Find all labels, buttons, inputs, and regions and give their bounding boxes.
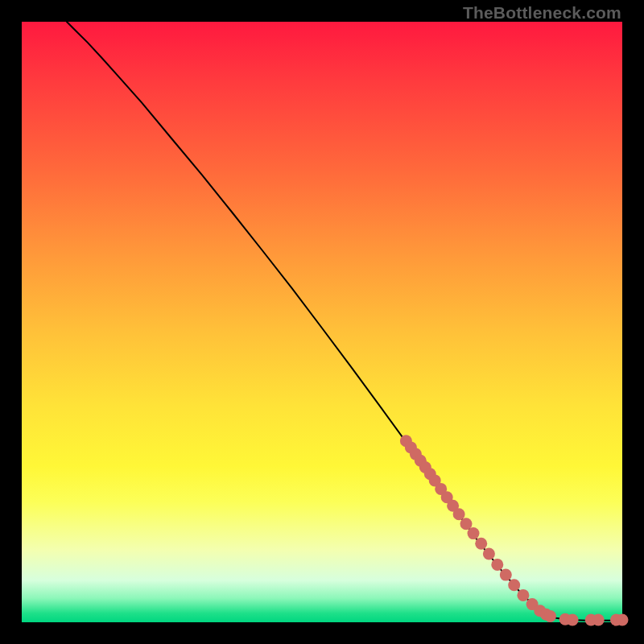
curve-line	[67, 22, 622, 621]
data-points	[400, 435, 629, 625]
data-point	[453, 508, 465, 520]
chart-frame: TheBottleneck.com	[0, 0, 644, 644]
data-point	[475, 538, 487, 550]
watermark-text: TheBottleneck.com	[463, 3, 621, 23]
data-point	[468, 527, 480, 539]
data-point	[544, 610, 556, 622]
data-point	[491, 559, 503, 571]
data-point	[500, 569, 512, 581]
data-point	[508, 579, 520, 591]
data-point	[617, 614, 629, 626]
data-point	[483, 548, 495, 560]
data-point	[460, 518, 473, 530]
data-point	[567, 614, 579, 626]
chart-overlay	[22, 22, 622, 622]
data-point	[592, 614, 605, 626]
data-point	[517, 589, 529, 601]
